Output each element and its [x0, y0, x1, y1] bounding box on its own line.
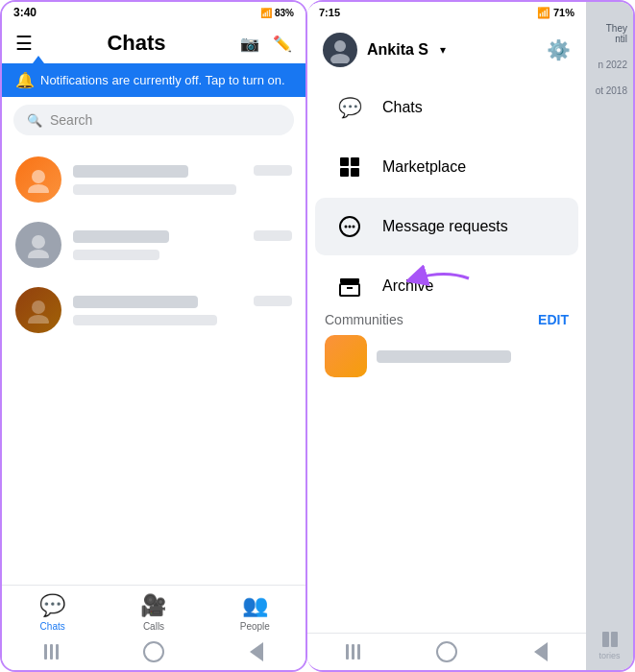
menu-icon[interactable]: ☰ [15, 34, 33, 53]
svg-point-13 [345, 226, 348, 228]
battery-right: 71% [553, 7, 574, 18]
chat-list [2, 143, 305, 585]
notification-text: Notifications are currently off. Tap to … [40, 73, 285, 87]
svg-point-4 [32, 300, 45, 314]
chat-name-blur-3 [73, 296, 198, 308]
status-icons-left: 📶 83% [260, 8, 294, 18]
svg-point-0 [32, 170, 45, 183]
nav-calls[interactable]: 🎥 Calls [103, 593, 204, 632]
status-bar-right: 7:15 📶 71% [307, 2, 586, 23]
chat-info-2 [73, 230, 292, 260]
chat-msg-blur-1 [73, 184, 236, 195]
nav-chats[interactable]: 💬 Chats [2, 593, 103, 632]
svg-rect-11 [351, 168, 359, 177]
bell-icon: 🔔 [15, 71, 35, 89]
right-phone: 7:15 📶 71% Ankita S ▾ ⚙️ 💬 Chats [307, 0, 635, 672]
nav-people[interactable]: 👥 People [205, 593, 305, 632]
header-icons-left: 📷 ✏️ [240, 35, 292, 53]
calls-icon: 🎥 [140, 593, 166, 618]
chat-item-1[interactable] [2, 147, 305, 212]
svg-point-3 [28, 250, 49, 258]
bottom-nav-left: 💬 Chats 🎥 Calls 👥 People [2, 585, 305, 636]
battery-left: 83% [275, 8, 294, 18]
drawer-header: Ankita S ▾ ⚙️ [307, 23, 586, 77]
community-item-1[interactable] [325, 335, 569, 377]
android-nav-right [307, 633, 586, 670]
back-button-right[interactable] [534, 642, 548, 661]
svg-point-5 [28, 315, 49, 324]
message-requests-label: Message requests [382, 218, 508, 235]
svg-rect-20 [611, 632, 618, 647]
edit-icon[interactable]: ✏️ [273, 35, 292, 53]
svg-rect-19 [602, 632, 609, 647]
community-name-blur-1 [377, 350, 511, 363]
message-requests-icon [332, 209, 367, 244]
avatar-3 [15, 287, 61, 333]
date2-text: ot 2018 [592, 85, 627, 96]
home-button-right[interactable] [436, 641, 457, 662]
drawer-item-chats[interactable]: 💬 Chats [315, 79, 578, 136]
user-info[interactable]: Ankita S ▾ [323, 33, 446, 67]
chat-info-3 [73, 296, 292, 325]
svg-rect-8 [340, 157, 349, 166]
svg-point-1 [28, 184, 49, 193]
marketplace-icon [332, 150, 367, 184]
camera-icon[interactable]: 📷 [240, 35, 259, 53]
chats-drawer-label: Chats [382, 99, 423, 116]
people-label: People [240, 621, 270, 632]
communities-header: Communities EDIT [325, 312, 569, 327]
chat-item-2[interactable] [2, 212, 305, 277]
calls-label: Calls [143, 621, 164, 632]
time-left: 3:40 [13, 6, 37, 19]
chat-time-blur-2 [254, 230, 292, 241]
drawer-item-marketplace[interactable]: Marketplace [315, 138, 578, 196]
avatar-1 [15, 156, 61, 203]
purple-arrow-icon [406, 265, 474, 292]
page-title-left: Chats [107, 31, 165, 56]
notification-arrow [33, 56, 44, 63]
they-text: They [592, 23, 627, 34]
user-name: Ankita S [367, 41, 428, 59]
avatar-2 [15, 222, 61, 268]
communities-title: Communities [325, 312, 403, 327]
communities-section: Communities EDIT [307, 302, 586, 383]
svg-point-7 [330, 54, 350, 63]
chat-name-blur-2 [73, 230, 169, 243]
android-nav-left [2, 636, 305, 670]
chats-drawer-icon: 💬 [332, 90, 367, 125]
stories-nav[interactable]: tories [592, 630, 627, 660]
chats-icon: 💬 [39, 593, 65, 618]
header-left: ☰ Chats 📷 ✏️ [2, 23, 305, 63]
chat-item-3[interactable] [2, 277, 305, 343]
notification-banner[interactable]: 🔔 Notifications are currently off. Tap t… [2, 63, 305, 97]
left-phone: 3:40 📶 83% ☰ Chats 📷 ✏️ 🔔 Notifications … [0, 0, 307, 672]
status-bar-left: 3:40 📶 83% [2, 2, 305, 23]
sim-icon: 📶 [260, 8, 272, 18]
stories-label: tories [598, 651, 620, 660]
search-placeholder: Search [50, 112, 92, 128]
preview-text-1: They ntil [592, 23, 627, 44]
gear-icon[interactable]: ⚙️ [547, 38, 571, 61]
community-avatar-1 [325, 335, 367, 377]
drawer-item-archive[interactable]: Archive [315, 257, 578, 302]
until-text: ntil [592, 34, 627, 44]
drawer-menu: 💬 Chats Marketplace [307, 77, 586, 302]
home-button-left[interactable] [143, 641, 164, 662]
people-icon: 👥 [242, 593, 268, 618]
chat-name-blur-1 [73, 165, 188, 178]
chats-label: Chats [40, 621, 65, 632]
communities-edit-button[interactable]: EDIT [538, 312, 569, 327]
avatar [323, 33, 357, 67]
svg-point-15 [353, 226, 355, 228]
svg-point-2 [32, 235, 45, 249]
chat-msg-blur-3 [73, 315, 217, 325]
stories-icon [600, 630, 620, 649]
archive-icon [332, 269, 367, 302]
back-button-left[interactable] [250, 642, 263, 661]
search-icon: 🔍 [27, 113, 42, 128]
marketplace-label: Marketplace [382, 158, 466, 176]
drawer-item-message-requests[interactable]: Message requests [315, 198, 578, 255]
svg-rect-16 [340, 278, 359, 283]
chat-time-blur-1 [254, 165, 292, 176]
search-bar[interactable]: 🔍 Search [13, 105, 294, 135]
